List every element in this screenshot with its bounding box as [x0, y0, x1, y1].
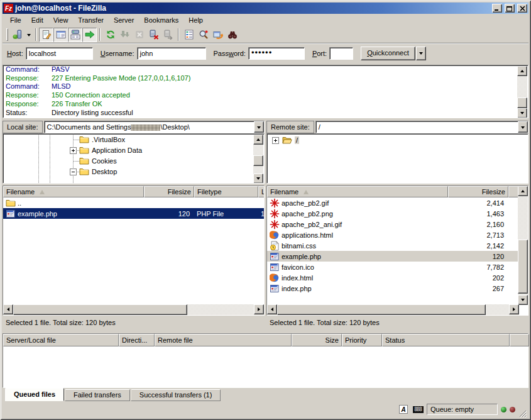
- menu-view[interactable]: View: [48, 14, 74, 26]
- close-button[interactable]: [517, 4, 527, 13]
- remote-list-scrollbar[interactable]: [518, 186, 528, 305]
- tree-expander[interactable]: [70, 169, 77, 175]
- remote-site-combobox[interactable]: /: [315, 121, 528, 133]
- quickconnect-bar: Host:localhostUsername:johnPassword:••••…: [3, 43, 528, 63]
- speed-limits-icon[interactable]: 888: [412, 404, 424, 414]
- menu-file[interactable]: File: [5, 14, 26, 26]
- file-row-apache-pb2.gif[interactable]: apache_pb2.gif2,414: [267, 197, 528, 208]
- statusbar: A 888 Queue: empty: [3, 401, 528, 417]
- app-icon: Fz: [4, 4, 13, 13]
- file-row-apache-pb2.png[interactable]: apache_pb2.png1,463: [267, 208, 528, 219]
- toggle-transfer-queue-button[interactable]: [82, 28, 97, 42]
- remote-list-hscrollbar[interactable]: [267, 304, 519, 315]
- column-header-filename[interactable]: Filename: [267, 186, 448, 197]
- menu-bookmarks[interactable]: Bookmarks: [139, 14, 183, 26]
- synchronized-browsing-button[interactable]: [211, 28, 225, 42]
- file-row-bitnami.css[interactable]: bitnami.css2,142: [267, 240, 528, 251]
- menu-transfer[interactable]: Transfer: [73, 14, 109, 26]
- combo-dropdown-button[interactable]: [518, 121, 528, 133]
- cancel-operation-button: [132, 28, 146, 42]
- tab-failed-transfers[interactable]: Failed transfers: [65, 389, 130, 401]
- file-icon-feather: [270, 198, 280, 208]
- port-input[interactable]: [329, 47, 353, 60]
- queue-column-empty[interactable]: [510, 334, 529, 346]
- site-manager-dropdown[interactable]: [25, 28, 33, 42]
- column-header-filename[interactable]: Filename: [3, 186, 144, 197]
- refresh-button[interactable]: [103, 28, 118, 42]
- file-icon-php: [6, 209, 16, 219]
- tree-expander[interactable]: [272, 137, 279, 144]
- password-input[interactable]: ••••••: [248, 47, 305, 60]
- directory-listing-filters-button[interactable]: [182, 28, 196, 42]
- file-row-example.php[interactable]: example.php120: [267, 251, 528, 262]
- file-row-example.php[interactable]: example.php120PHP File1: [3, 208, 264, 219]
- tab-successful-transfers-1-[interactable]: Successful transfers (1): [131, 389, 221, 401]
- file-row-applications.html[interactable]: applications.html2,713: [267, 229, 528, 240]
- file-row-..[interactable]: ..: [3, 197, 264, 208]
- toggle-message-log-button[interactable]: [39, 28, 53, 42]
- log-line-response: Response:227 Entering Passive Mode (127,…: [3, 74, 528, 83]
- log-scrollbar[interactable]: [517, 66, 527, 118]
- username-input[interactable]: john: [137, 47, 206, 60]
- activity-led-red: [510, 407, 515, 412]
- folder-icon: [79, 145, 89, 155]
- folder-open-icon: [282, 135, 292, 145]
- minimize-button[interactable]: [492, 4, 502, 13]
- resize-grip[interactable]: [518, 409, 527, 417]
- file-row-apache-pb2-ani.gif[interactable]: apache_pb2_ani.gif2,160: [267, 219, 528, 229]
- site-manager-button[interactable]: [10, 28, 25, 42]
- transfer-queue: Server/Local fileDirecti...Remote fileSi…: [3, 333, 528, 388]
- column-header-l[interactable]: L: [258, 186, 265, 197]
- toolbar-grip[interactable]: [6, 28, 8, 41]
- toggle-local-tree-button[interactable]: [53, 28, 68, 42]
- username-label: Username:: [101, 50, 134, 57]
- remote-pane: Remote site://FilenameFilesizeapache_pb2…: [266, 121, 528, 329]
- disconnect-button[interactable]: [146, 28, 161, 42]
- redacted-username: [131, 124, 160, 131]
- host-input[interactable]: localhost: [26, 47, 93, 60]
- ascii-data-type-icon[interactable]: A: [398, 404, 409, 414]
- tree-expander[interactable]: [70, 147, 77, 154]
- reconnect-button: [161, 28, 175, 42]
- folder-icon: [79, 135, 89, 145]
- queue-column-directi-[interactable]: Directi...: [119, 334, 155, 346]
- menu-edit[interactable]: Edit: [26, 14, 48, 26]
- log-line-command: Command:MLSD: [3, 82, 528, 91]
- menu-server[interactable]: Server: [109, 14, 139, 26]
- file-row-index.php[interactable]: index.php267: [267, 283, 528, 294]
- queue-column-remote-file[interactable]: Remote file: [155, 334, 292, 346]
- quickconnect-dropdown[interactable]: [416, 47, 426, 60]
- column-header-filetype[interactable]: Filetype: [194, 186, 258, 197]
- remote-file-list: FilenameFilesizeapache_pb2.gif2,414apach…: [266, 185, 528, 316]
- local-site-combobox[interactable]: C:\Documents and Settings\Desktop\: [44, 121, 265, 133]
- file-row-index.html[interactable]: index.html202: [267, 272, 528, 283]
- compare-directories-button[interactable]: [196, 28, 211, 42]
- file-icon-php: [270, 262, 280, 272]
- menu-help[interactable]: Help: [183, 14, 208, 26]
- folder-icon: [79, 167, 89, 177]
- file-icon-php: [270, 284, 280, 294]
- queue-column-priority[interactable]: Priority: [342, 334, 382, 346]
- queue-column-server-local-file[interactable]: Server/Local file: [3, 334, 119, 346]
- combo-dropdown-button[interactable]: [254, 121, 264, 133]
- toggle-remote-tree-button[interactable]: [68, 28, 82, 42]
- file-row-favicon.ico[interactable]: favicon.ico7,782: [267, 262, 528, 272]
- local-site-label: Local site:: [3, 121, 43, 133]
- process-queue-button: [118, 28, 132, 42]
- port-label: Port:: [312, 50, 327, 57]
- local-directory-tree: .VirtualBoxApplication DataCookiesDeskto…: [3, 133, 265, 184]
- local-list-hscrollbar[interactable]: [3, 304, 264, 315]
- toolbar-separator: [178, 28, 179, 41]
- column-header-filesize[interactable]: Filesize: [144, 186, 194, 197]
- column-header-filesize[interactable]: Filesize: [448, 186, 508, 197]
- remote-status-text: Selected 1 file. Total size: 120 bytes: [266, 316, 528, 329]
- quickconnect-button[interactable]: Quickconnect: [361, 47, 415, 60]
- find-files-button[interactable]: [225, 28, 239, 42]
- queue-column-size[interactable]: Size: [292, 334, 342, 346]
- tab-queued-files[interactable]: Queued files: [5, 388, 64, 401]
- splitter[interactable]: [3, 329, 528, 333]
- maximize-button[interactable]: [505, 4, 515, 13]
- log-line-response: Response:226 Transfer OK: [3, 100, 528, 109]
- queue-column-status[interactable]: Status: [382, 334, 510, 346]
- local-tree-scrollbar[interactable]: [253, 135, 263, 184]
